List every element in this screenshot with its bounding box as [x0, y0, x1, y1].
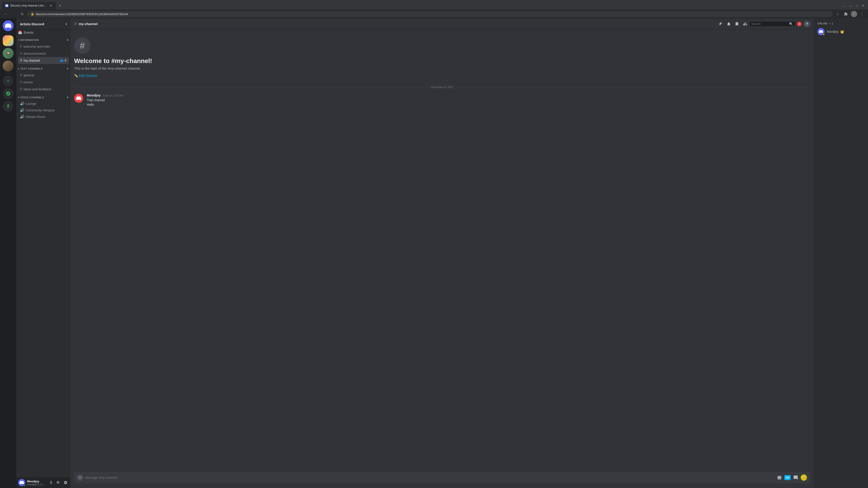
- search-bar-text: Search: [751, 22, 788, 26]
- user-controls: [48, 480, 69, 486]
- emoji-button[interactable]: 😊: [800, 474, 807, 481]
- channel-name-lounge: Lounge: [26, 102, 36, 105]
- voice-channels-label: VOICE CHANNELS: [20, 96, 44, 99]
- back-button[interactable]: ←: [3, 11, 9, 17]
- channel-item-events[interactable]: # events: [18, 78, 69, 86]
- events-icon: 📅: [18, 31, 22, 34]
- channel-item-announcements[interactable]: # announcements: [18, 50, 69, 57]
- bookmark-button[interactable]: ☆: [835, 11, 841, 17]
- channel-hash-icon: #: [20, 44, 22, 49]
- window-controls: ⌄ — □ ✕: [843, 4, 866, 7]
- pencil-icon: ✏️: [74, 74, 78, 77]
- user-settings-button[interactable]: [62, 480, 69, 486]
- explore-servers-button[interactable]: [3, 88, 13, 99]
- window-close-button[interactable]: ✕: [862, 4, 864, 7]
- message-avatar: [74, 94, 83, 103]
- channel-item-welcome-and-rules[interactable]: # welcome-and-rules: [18, 43, 69, 50]
- active-tab[interactable]: Discord | #my-channel | Artists D... ✕: [2, 2, 56, 9]
- maximize-button[interactable]: □: [856, 4, 858, 7]
- sticker-button[interactable]: [792, 474, 799, 481]
- settings-icon[interactable]: ⚙: [64, 59, 67, 62]
- deafen-button[interactable]: [55, 480, 61, 486]
- minimize-button[interactable]: —: [849, 4, 852, 7]
- extensions-button[interactable]: [843, 11, 849, 17]
- inbox-button[interactable]: !: [796, 20, 803, 28]
- lock-icon: 🔒: [31, 12, 34, 15]
- channel-item-ideas-feedback[interactable]: # ideas-and-feedback: [18, 86, 69, 93]
- channel-welcome: # Welcome to #my-channel! This is the st…: [74, 33, 810, 82]
- new-tab-button[interactable]: +: [57, 2, 63, 9]
- server-header[interactable]: Artists Discord ▾: [16, 19, 70, 30]
- message-content: Moodjoy Today at 12:50 AM Trial channel …: [87, 93, 810, 107]
- text-channels-add-button[interactable]: +: [66, 67, 69, 71]
- channel-item-lounge[interactable]: 🔊 Lounge: [18, 100, 69, 107]
- profile-button[interactable]: I: [851, 11, 857, 17]
- edit-channel-link[interactable]: ✏️ Edit Channel: [74, 74, 810, 77]
- channel-item-general[interactable]: # general: [18, 72, 69, 78]
- add-members-icon[interactable]: 👥: [60, 59, 63, 62]
- channel-welcome-icon: #: [74, 37, 90, 54]
- sidebar-events-button[interactable]: 📅 Events: [16, 30, 70, 35]
- gif-button[interactable]: GIF: [784, 474, 791, 481]
- channel-item-my-channel[interactable]: # my-channel 👥 ⚙: [18, 57, 69, 64]
- mute-button[interactable]: [48, 480, 54, 486]
- channel-header-name: my-channel: [79, 22, 97, 26]
- message-input-actions: GIF 😊: [776, 474, 807, 481]
- information-category[interactable]: ▾ INFORMATION +: [16, 35, 70, 43]
- text-channels-category[interactable]: ▾ TEXT CHANNELS +: [16, 64, 70, 72]
- refresh-button[interactable]: ↻: [19, 11, 25, 17]
- user-tag: moodjoy71_0...: [27, 483, 46, 486]
- server-icon-landscape[interactable]: 🌄: [3, 48, 13, 59]
- server-icon-portrait[interactable]: [3, 61, 13, 71]
- bookmark-button[interactable]: [733, 20, 741, 28]
- channel-hash-icon: #: [20, 87, 22, 92]
- edit-channel-label: Edit Channel: [79, 74, 97, 77]
- speaker-icon: 🔊: [20, 108, 24, 112]
- voice-channels-category[interactable]: ▾ VOICE CHANNELS +: [16, 93, 70, 100]
- server-icon-artists[interactable]: [3, 35, 13, 46]
- add-server-button[interactable]: +: [3, 75, 13, 86]
- message-add-button[interactable]: +: [77, 475, 83, 481]
- tab-close-button[interactable]: ✕: [49, 4, 53, 8]
- channel-name-announcements: announcements: [24, 52, 46, 55]
- member-name-moodjoy: Moodjoy 👑: [827, 30, 844, 33]
- bell-button[interactable]: [725, 20, 733, 28]
- messages-area[interactable]: # Welcome to #my-channel! This is the st…: [70, 29, 814, 472]
- address-bar[interactable]: 🔒 discord.com/channels/11823620100679352…: [27, 11, 833, 17]
- collapse-button[interactable]: ⌄: [843, 4, 846, 7]
- message-line-1: Trial channel: [87, 98, 810, 103]
- member-avatar-moodjoy: [817, 28, 825, 35]
- channel-name-welcome: welcome-and-rules: [24, 45, 50, 48]
- speaker-icon: 🔊: [20, 101, 24, 106]
- channel-hash-icon: #: [20, 73, 22, 77]
- server-divider: [4, 33, 12, 33]
- welcome-title: Welcome to #my-channel!: [74, 57, 810, 65]
- help-button[interactable]: ?: [804, 21, 810, 27]
- date-label: December 8, 2023: [431, 86, 454, 89]
- member-item-moodjoy[interactable]: Moodjoy 👑: [815, 27, 866, 37]
- channel-item-stream-room[interactable]: 🔊 Stream Room: [18, 113, 69, 120]
- tab-title: Discord | #my-channel | Artists D...: [10, 4, 47, 7]
- user-avatar: [18, 479, 25, 486]
- discord-home-button[interactable]: [3, 20, 13, 31]
- pin-button[interactable]: [717, 20, 724, 28]
- message-input-field[interactable]: [85, 476, 774, 480]
- information-add-button[interactable]: +: [66, 38, 69, 42]
- gif-badge: GIF: [784, 475, 791, 480]
- tab-favicon: [5, 4, 8, 7]
- member-status-dot: [823, 33, 825, 35]
- channel-item-community-hangout[interactable]: 🔊 Community Hangout: [18, 107, 69, 113]
- members-list-button[interactable]: [741, 20, 749, 28]
- server-list: 🌄 +: [0, 19, 16, 488]
- discord-app: 🌄 + Artists Discord ▾ 📅 Events ▾: [0, 19, 868, 488]
- search-bar[interactable]: Search 🔍: [749, 22, 795, 26]
- forward-button[interactable]: →: [11, 11, 17, 17]
- message-line-2: Hello: [87, 103, 810, 107]
- download-apps-button[interactable]: [3, 101, 13, 111]
- gift-button[interactable]: [776, 474, 783, 481]
- channel-name-community-hangout: Community Hangout: [26, 108, 55, 112]
- more-options-button[interactable]: ⋮: [859, 11, 865, 17]
- main-content: # my-channel Search 🔍: [70, 19, 814, 488]
- channel-header-actions: Search 🔍 ! ?: [717, 20, 810, 28]
- voice-channels-add-button[interactable]: +: [66, 95, 69, 99]
